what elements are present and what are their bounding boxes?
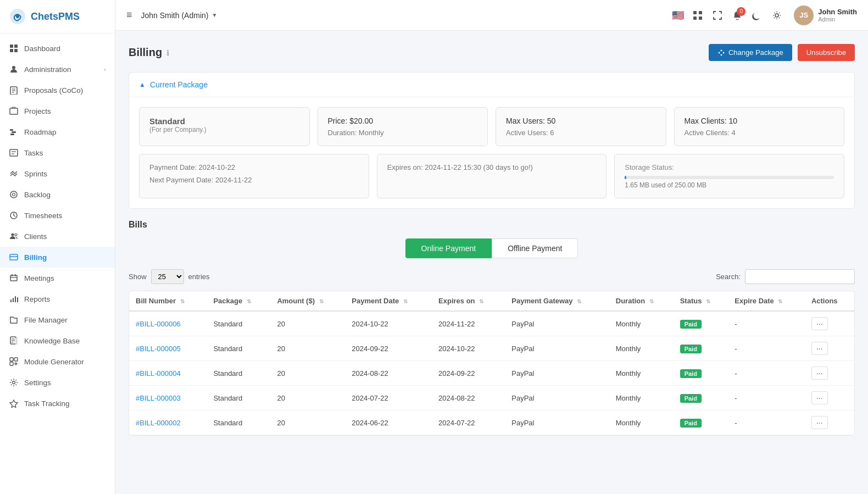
svg-rect-5 (14, 49, 18, 52)
sidebar-item-label: Dashboard (24, 45, 60, 53)
notifications-icon[interactable]: 0 (731, 9, 743, 21)
sort-icon[interactable]: ⇅ (247, 298, 251, 304)
svg-rect-31 (10, 299, 12, 302)
amount-cell: 20 (270, 410, 345, 435)
gear-icon[interactable] (771, 9, 783, 21)
sidebar-item-label: Module Generator (24, 358, 84, 366)
svg-point-43 (13, 381, 15, 384)
sidebar-item-label: Tasks (24, 149, 43, 157)
dark-mode-icon[interactable] (751, 9, 763, 21)
table-controls: Show 25 10 50 100 entries Search: (129, 269, 855, 284)
sort-icon[interactable]: ⇅ (479, 298, 483, 304)
bill-link[interactable]: #BILL-000004 (136, 369, 181, 378)
row-actions-button[interactable]: ··· (811, 391, 828, 404)
sidebar-item-task-tracking[interactable]: Task Tracking (0, 393, 115, 414)
sidebar-item-dashboard[interactable]: Dashboard (0, 38, 115, 59)
topbar-username: John Smith (Admin) (141, 11, 209, 20)
info-icon[interactable]: ℹ (166, 48, 169, 57)
sidebar-item-timesheets[interactable]: Timesheets (0, 205, 115, 226)
sidebar-item-meetings[interactable]: Meetings (0, 268, 115, 288)
sidebar-item-label: Billing (24, 253, 47, 262)
sort-icon[interactable]: ⇅ (649, 298, 654, 304)
package-cell: Standard (207, 386, 270, 410)
sidebar-item-file-manager[interactable]: File Manager (0, 309, 115, 330)
bill-link[interactable]: #BILL-000002 (136, 419, 181, 427)
sort-icon[interactable]: ⇅ (403, 298, 408, 304)
sidebar-item-clients[interactable]: Clients (0, 226, 115, 247)
row-actions-button[interactable]: ··· (811, 317, 828, 330)
col-expire-date: Expire Date ⇅ (728, 291, 805, 311)
unsubscribe-button[interactable]: Unsubscribe (798, 44, 855, 61)
fullscreen-icon[interactable] (711, 9, 724, 21)
search-input[interactable] (745, 269, 855, 284)
sidebar-item-roadmap[interactable]: Roadmap (0, 121, 115, 142)
dashboard-icon (9, 43, 19, 53)
sprints-icon (9, 169, 19, 179)
svg-rect-48 (699, 16, 702, 20)
svg-rect-2 (10, 45, 13, 48)
gateway-cell: PayPal (505, 336, 609, 361)
expire-date-cell: - (728, 386, 805, 410)
row-actions-button[interactable]: ··· (811, 416, 828, 429)
sidebar-item-administration[interactable]: Administration › (0, 59, 115, 80)
bill-link[interactable]: #BILL-000003 (136, 394, 181, 402)
user-avatar-section[interactable]: JS John Smith Admin (794, 5, 857, 25)
duration-cell: Monthly (609, 410, 674, 435)
sidebar-item-label: Clients (24, 232, 47, 241)
max-users: Max Users: 50 (506, 116, 656, 125)
bill-link[interactable]: #BILL-000006 (136, 320, 181, 328)
sort-icon[interactable]: ⇅ (706, 298, 710, 304)
collapse-chevron-icon[interactable]: ▲ (139, 81, 146, 88)
payment-date: Payment Date: 2024-10-22 (149, 163, 359, 171)
sidebar-item-sprints[interactable]: Sprints (0, 163, 115, 184)
duration-cell: Monthly (609, 311, 674, 336)
svg-point-1 (16, 15, 19, 18)
bills-table-head: Bill Number ⇅ Package ⇅ Amount ($) ⇅ Pay… (129, 291, 854, 311)
sidebar-item-knowledge-base[interactable]: Knowledge Base (0, 330, 115, 351)
row-actions-button[interactable]: ··· (811, 367, 828, 380)
online-payment-tab[interactable]: Online Payment (405, 238, 492, 258)
sidebar-item-label: Projects (24, 107, 51, 115)
change-package-button[interactable]: Change Package (709, 44, 792, 61)
svg-rect-4 (10, 49, 13, 52)
payment-date-cell: 2024-07-22 (345, 386, 432, 410)
module-generator-icon (9, 357, 19, 367)
table-row: #BILL-000006 Standard 20 2024-10-22 2024… (129, 311, 854, 336)
bill-number-cell: #BILL-000006 (129, 311, 207, 336)
sort-icon[interactable]: ⇅ (319, 298, 324, 304)
expires-on-cell: 2024-07-22 (432, 410, 505, 435)
bills-table-card: Bill Number ⇅ Package ⇅ Amount ($) ⇅ Pay… (129, 291, 855, 436)
topbar: ≡ John Smith (Admin) ▼ 🇺🇸 0 (115, 0, 868, 31)
sidebar-item-proposals[interactable]: Proposals (CoCo) (0, 80, 115, 101)
bill-link[interactable]: #BILL-000005 (136, 345, 181, 353)
sidebar-item-billing[interactable]: Billing (0, 247, 115, 268)
sidebar-item-backlog[interactable]: Backlog (0, 184, 115, 205)
apps-icon[interactable] (692, 9, 704, 21)
sort-icon[interactable]: ⇅ (180, 298, 185, 304)
language-flag[interactable]: 🇺🇸 (672, 9, 684, 21)
expire-date-cell: - (728, 361, 805, 386)
logo[interactable]: ChetsPMS (0, 0, 115, 34)
sidebar-item-module-generator[interactable]: Module Generator (0, 351, 115, 372)
svg-rect-46 (699, 11, 702, 14)
logo-text: ChetsPMS (31, 11, 80, 23)
hamburger-button[interactable]: ≡ (126, 9, 132, 21)
entries-select[interactable]: 25 10 50 100 (151, 269, 184, 284)
change-package-icon (717, 49, 725, 57)
status-badge: Paid (680, 369, 702, 378)
svg-rect-42 (10, 362, 13, 365)
sort-icon[interactable]: ⇅ (577, 298, 581, 304)
sidebar-item-reports[interactable]: Reports (0, 288, 115, 309)
sidebar-item-projects[interactable]: Projects (0, 101, 115, 121)
sidebar-item-settings[interactable]: Settings (0, 372, 115, 393)
meetings-icon (9, 273, 19, 283)
clients-icon (9, 231, 19, 241)
sidebar-item-tasks[interactable]: Tasks (0, 142, 115, 163)
expires-on-cell: 2024-09-22 (432, 361, 505, 386)
user-selector[interactable]: John Smith (Admin) ▼ (141, 11, 218, 20)
row-actions-button[interactable]: ··· (811, 342, 828, 355)
sort-icon[interactable]: ⇅ (778, 298, 782, 304)
bills-section: Bills Online Payment Offline Payment Sho… (129, 220, 855, 436)
offline-payment-tab[interactable]: Offline Payment (492, 238, 578, 258)
svg-rect-34 (17, 297, 18, 302)
